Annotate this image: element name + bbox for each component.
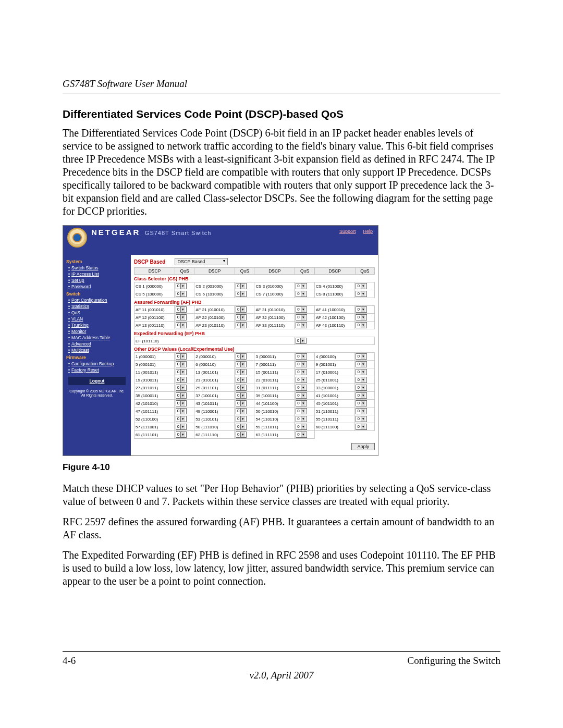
qos-select[interactable]: 0▾ [236,322,247,328]
help-link[interactable]: Help [363,229,373,234]
qos-select[interactable]: 0▾ [176,408,187,414]
qos-select[interactable]: 0▾ [176,377,187,383]
qos-select[interactable]: 0▾ [296,283,307,289]
col-qos: QoS [355,268,374,275]
sidebar-item[interactable]: •Switch Status [68,265,128,270]
qos-select[interactable]: 0▾ [296,361,307,367]
qos-select[interactable]: 0▾ [176,416,187,422]
qos-select[interactable]: 0▾ [356,424,366,430]
sidebar-nav: System•Switch Status•IP Access List•Set … [63,255,131,455]
qos-select[interactable]: 0▾ [236,408,247,414]
qos-select[interactable]: 0▾ [236,424,247,430]
qos-select[interactable]: 0▾ [356,369,366,375]
qos-select[interactable]: 0▾ [236,392,247,399]
qos-select[interactable]: 0▾ [356,291,366,297]
dscp-label: 60 (111100) [314,423,354,431]
qos-select[interactable]: 0▾ [296,385,307,391]
qos-select[interactable]: 0▾ [356,353,366,360]
dscp-label: 47 (101111) [134,408,175,415]
qos-select[interactable]: 0▾ [236,314,247,320]
dscp-label: 53 (110101) [194,415,235,423]
sidebar-item[interactable]: •Statistics [68,304,128,309]
qos-select[interactable]: 0▾ [176,400,187,406]
sidebar-item[interactable]: •Factory Reset [68,367,128,373]
qos-select[interactable]: 0▾ [236,431,247,438]
qos-select[interactable]: 0▾ [296,306,307,313]
qos-select[interactable]: 0▾ [236,369,247,375]
qos-select[interactable]: 0▾ [296,369,307,375]
dscp-label: 58 (111010) [194,423,235,431]
qos-select[interactable]: 0▾ [296,377,307,383]
sidebar-item[interactable]: •Password [68,284,128,289]
qos-select[interactable]: 0▾ [176,369,187,375]
qos-select[interactable]: 0▾ [176,314,187,320]
qos-select[interactable]: 0▾ [356,361,366,367]
sidebar-item[interactable]: •IP Access List [68,272,128,277]
qos-select[interactable]: 0▾ [356,392,366,399]
page-footer: 4-6 Configuring the Switch v2.0, April 2… [63,651,500,681]
sidebar-item[interactable]: •Configuration Backup [68,361,128,366]
qos-select[interactable]: 0▾ [236,291,247,297]
qos-select[interactable]: 0▾ [236,385,247,391]
qos-mode-select[interactable]: DSCP Based [175,258,228,265]
qos-select[interactable]: 0▾ [356,385,366,391]
qos-select[interactable]: 0▾ [236,400,247,406]
qos-select[interactable]: 0▾ [296,416,307,422]
qos-select[interactable]: 0▾ [176,361,187,367]
qos-select[interactable]: 0▾ [356,314,366,320]
qos-select[interactable]: 0▾ [296,314,307,320]
sidebar-item[interactable]: •Multicast [68,348,128,353]
qos-select[interactable]: 0▾ [296,392,307,399]
qos-select[interactable]: 0▾ [356,306,366,313]
support-link[interactable]: Support [339,229,356,234]
qos-select[interactable]: 0▾ [356,400,366,406]
qos-select[interactable]: 0▾ [176,353,187,360]
dscp-label: AF 33 (011110) [254,322,295,329]
sidebar-item[interactable]: •Set up [68,278,128,283]
sidebar-item[interactable]: •Port Configuration [68,298,128,303]
logout-button[interactable]: Logout [68,377,126,385]
qos-select[interactable]: 0▾ [296,322,307,328]
qos-select[interactable]: 0▾ [176,392,187,399]
qos-select[interactable]: 0▾ [236,416,247,422]
qos-select[interactable]: 0▾ [176,322,187,328]
sidebar-item[interactable]: •VLAN [68,316,128,322]
sidebar-item[interactable]: •Advanced [68,341,128,347]
qos-select[interactable]: 0▾ [236,361,247,367]
apply-button[interactable]: Apply [351,443,375,450]
qos-select[interactable]: 0▾ [236,377,247,383]
qos-select[interactable]: 0▾ [176,431,187,438]
qos-select[interactable]: 0▾ [296,424,307,430]
sidebar-item[interactable]: •QoS [68,310,128,315]
qos-select[interactable]: 0▾ [176,424,187,430]
qos-select[interactable]: 0▾ [356,416,366,422]
app-banner: NETGEAR GS748T Smart Switch Support Help [63,226,378,255]
dscp-label: 29 (011101) [194,384,235,392]
sidebar-item[interactable]: •MAC Address Table [68,335,128,340]
group-title: Other DSCP Values (Local/Experimental Us… [134,347,375,352]
qos-select[interactable]: 0▾ [296,338,307,344]
qos-select[interactable]: 0▾ [176,283,187,289]
qos-select[interactable]: 0▾ [296,291,307,297]
qos-select[interactable]: 0▾ [296,400,307,406]
qos-select[interactable]: 0▾ [236,353,247,360]
qos-select[interactable]: 0▾ [356,322,366,328]
sidebar-item[interactable]: •Monitor [68,329,128,334]
qos-select[interactable]: 0▾ [296,431,307,438]
dscp-table: CS 1 (000000)0▾CS 2 (001000)0▾CS 3 (0100… [134,282,375,298]
qos-select[interactable]: 0▾ [356,283,366,289]
qos-select[interactable]: 0▾ [236,306,247,313]
dscp-label: 5 (000101) [134,361,175,368]
sidebar-item[interactable]: •Trunking [68,323,128,328]
qos-select[interactable]: 0▾ [176,306,187,313]
qos-select[interactable]: 0▾ [356,377,366,383]
qos-select[interactable]: 0▾ [176,291,187,297]
dscp-label: 23 (010111) [254,376,295,384]
paragraph: RFC 2597 defines the assured forwarding … [63,515,500,541]
qos-select[interactable]: 0▾ [296,353,307,360]
qos-select[interactable]: 0▾ [356,408,366,414]
table-row: 61 (111101)0▾62 (111110)0▾63 (111111)0▾ [134,431,375,439]
qos-select[interactable]: 0▾ [296,408,307,414]
qos-select[interactable]: 0▾ [236,283,247,289]
qos-select[interactable]: 0▾ [176,385,187,391]
